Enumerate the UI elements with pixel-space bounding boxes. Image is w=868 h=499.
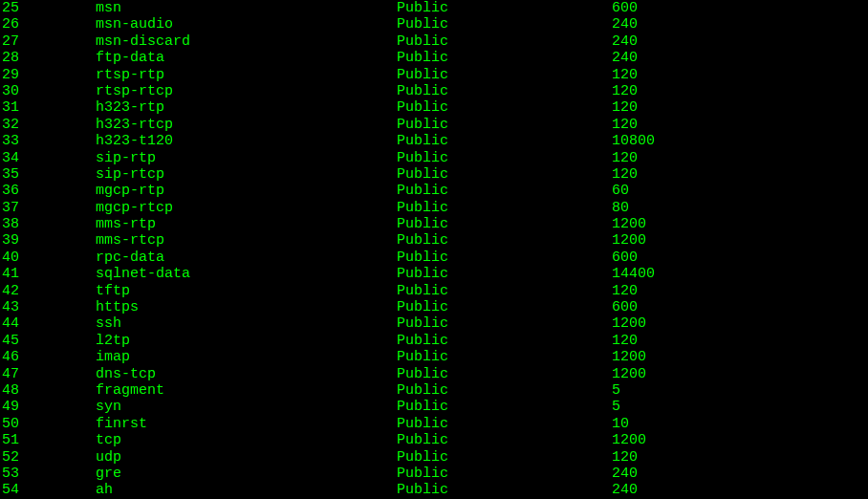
timeout-value: 60	[612, 183, 868, 199]
row-number: 35	[0, 166, 96, 183]
service-name: https	[96, 299, 397, 315]
table-row: 52udpPublic120	[0, 449, 868, 466]
timeout-value: 240	[612, 33, 868, 50]
timeout-value: 120	[612, 166, 868, 183]
timeout-value: 120	[612, 449, 868, 466]
scope-label: Public	[397, 283, 612, 299]
timeout-value: 1200	[612, 232, 868, 249]
service-name: ah	[96, 482, 397, 498]
service-name: rpc-data	[96, 250, 397, 266]
service-name: h323-rtcp	[96, 117, 397, 133]
timeout-value: 240	[612, 16, 868, 33]
timeout-value: 1200	[612, 315, 868, 332]
row-number: 27	[0, 33, 96, 50]
scope-label: Public	[397, 67, 612, 83]
row-number: 43	[0, 299, 96, 315]
table-row: 54ahPublic240	[0, 482, 868, 498]
table-row: 47dns-tcpPublic1200	[0, 366, 868, 382]
service-name: sqlnet-data	[96, 266, 397, 282]
scope-label: Public	[397, 250, 612, 266]
row-number: 30	[0, 83, 96, 99]
service-name: mms-rtcp	[96, 232, 397, 249]
timeout-value: 10	[612, 416, 868, 432]
service-name: fragment	[96, 382, 397, 399]
service-name: imap	[96, 349, 397, 365]
scope-label: Public	[397, 0, 612, 16]
service-name: msn-discard	[96, 33, 397, 50]
scope-label: Public	[397, 315, 612, 332]
timeout-value: 1200	[612, 349, 868, 365]
timeout-value: 600	[612, 0, 868, 16]
table-row: 42tftpPublic120	[0, 283, 868, 299]
timeout-value: 120	[612, 83, 868, 99]
row-number: 31	[0, 99, 96, 116]
row-number: 54	[0, 482, 96, 498]
table-row: 48fragmentPublic5	[0, 382, 868, 399]
timeout-value: 120	[612, 150, 868, 166]
service-name: rtsp-rtcp	[96, 83, 397, 99]
timeout-value: 240	[612, 466, 868, 482]
service-name: msn-audio	[96, 16, 397, 33]
row-number: 51	[0, 432, 96, 448]
table-row: 26msn-audioPublic240	[0, 16, 868, 33]
scope-label: Public	[397, 33, 612, 50]
row-number: 48	[0, 382, 96, 399]
row-number: 34	[0, 150, 96, 166]
row-number: 53	[0, 466, 96, 482]
table-row: 35sip-rtcpPublic120	[0, 166, 868, 183]
scope-label: Public	[397, 232, 612, 249]
row-number: 47	[0, 366, 96, 382]
timeout-value: 120	[612, 99, 868, 116]
table-row: 30rtsp-rtcpPublic120	[0, 83, 868, 99]
service-name: udp	[96, 449, 397, 466]
scope-label: Public	[397, 150, 612, 166]
table-row: 36mgcp-rtpPublic60	[0, 183, 868, 199]
scope-label: Public	[397, 183, 612, 199]
service-name: sip-rtcp	[96, 166, 397, 183]
scope-label: Public	[397, 482, 612, 498]
table-row: 34sip-rtpPublic120	[0, 150, 868, 166]
row-number: 49	[0, 399, 96, 415]
timeout-value: 600	[612, 250, 868, 266]
row-number: 28	[0, 50, 96, 66]
scope-label: Public	[397, 117, 612, 133]
table-row: 31h323-rtpPublic120	[0, 99, 868, 116]
service-name: l2tp	[96, 333, 397, 349]
scope-label: Public	[397, 216, 612, 232]
scope-label: Public	[397, 382, 612, 399]
table-row: 43httpsPublic600	[0, 299, 868, 315]
table-row: 38mms-rtpPublic1200	[0, 216, 868, 232]
service-name: sip-rtp	[96, 150, 397, 166]
row-number: 42	[0, 283, 96, 299]
timeout-value: 120	[612, 67, 868, 83]
table-row: 46imapPublic1200	[0, 349, 868, 365]
table-row: 29rtsp-rtpPublic120	[0, 67, 868, 83]
table-row: 25msnPublic600	[0, 0, 868, 16]
row-number: 25	[0, 0, 96, 16]
table-row: 33h323-t120Public10800	[0, 133, 868, 149]
row-number: 36	[0, 183, 96, 199]
table-row: 41sqlnet-dataPublic14400	[0, 266, 868, 282]
service-name: syn	[96, 399, 397, 415]
table-row: 51tcpPublic1200	[0, 432, 868, 448]
scope-label: Public	[397, 83, 612, 99]
scope-label: Public	[397, 50, 612, 66]
table-row: 27msn-discardPublic240	[0, 33, 868, 50]
service-name: msn	[96, 0, 397, 16]
scope-label: Public	[397, 16, 612, 33]
scope-label: Public	[397, 449, 612, 466]
service-name: dns-tcp	[96, 366, 397, 382]
timeout-value: 5	[612, 399, 868, 415]
timeout-value: 80	[612, 200, 868, 216]
table-row: 39mms-rtcpPublic1200	[0, 232, 868, 249]
timeout-value: 1200	[612, 216, 868, 232]
service-name: h323-rtp	[96, 99, 397, 116]
scope-label: Public	[397, 166, 612, 183]
row-number: 45	[0, 333, 96, 349]
timeout-value: 5	[612, 382, 868, 399]
service-name: tftp	[96, 283, 397, 299]
timeout-value: 600	[612, 299, 868, 315]
row-number: 41	[0, 266, 96, 282]
service-name: mgcp-rtp	[96, 183, 397, 199]
scope-label: Public	[397, 99, 612, 116]
